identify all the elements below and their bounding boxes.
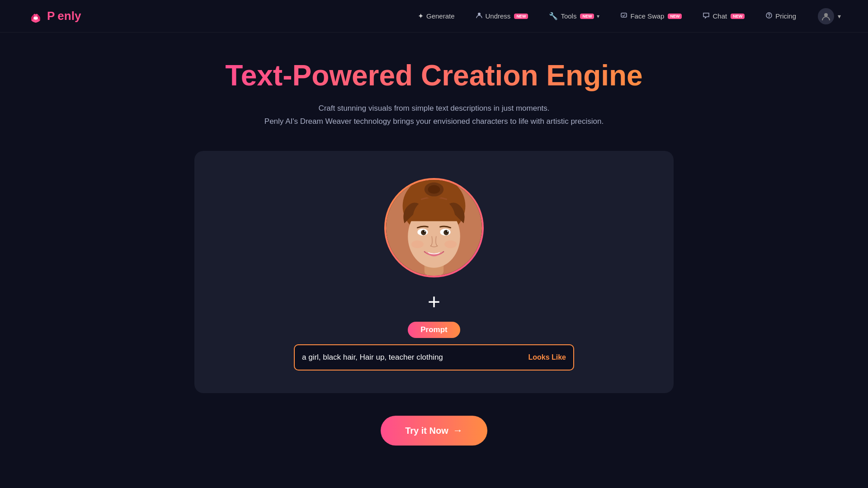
try-btn-arrow-icon: → [453,425,463,436]
nav-label-pricing: Pricing [775,12,796,20]
nav-item-generate[interactable]: ✦ Generate [410,8,463,24]
try-btn-label: Try it Now [405,426,448,436]
hero-section: Text-Powered Creation Engine Craft stunn… [0,33,868,446]
pricing-icon [765,12,773,21]
nav-label-faceswap: Face Swap [630,12,664,20]
prompt-label: Prompt [408,322,460,338]
chat-icon [703,12,710,21]
svg-point-22 [428,185,440,194]
tools-dropdown-icon: ▾ [597,13,599,19]
logo-icon [27,8,44,25]
nav-item-chat[interactable]: Chat New [694,8,753,24]
tools-icon: 🔧 [549,12,558,20]
nav-label-generate: Generate [426,12,455,20]
hero-subtitle-line1: Craft stunning visuals from simple text … [264,102,604,115]
user-caret-icon: ▾ [838,13,841,20]
avatar-wrapper [384,178,484,277]
nav-link-tools[interactable]: 🔧 Tools New ▾ [541,8,608,24]
plus-symbol: + [428,291,440,313]
logo-text: enly [57,9,81,23]
logo-prefix: P [47,9,55,23]
svg-point-16 [424,230,425,232]
svg-point-5 [824,13,828,17]
faceswap-badge: New [668,14,682,19]
face-portrait [386,180,482,276]
hero-title: Text-Powered Creation Engine [225,60,642,91]
nav-link-chat[interactable]: Chat New [694,8,753,24]
user-avatar [818,8,834,24]
chat-badge: New [731,14,745,19]
nav-item-undress[interactable]: Undress New [467,8,537,24]
looks-like-button[interactable]: Looks Like [528,353,566,361]
svg-rect-3 [621,13,627,17]
nav-label-undress: Undress [486,12,511,20]
undress-badge: New [514,14,528,19]
try-it-now-button[interactable]: Try it Now → [381,416,487,446]
svg-point-17 [447,230,448,232]
hero-subtitle: Craft stunning visuals from simple text … [264,102,604,128]
nav-link-undress[interactable]: Undress New [467,8,537,24]
demo-card: + Prompt Looks Like [194,151,674,393]
nav-link-pricing[interactable]: Pricing [757,8,804,24]
nav-item-tools[interactable]: 🔧 Tools New ▾ [541,8,608,24]
tools-badge: New [580,14,594,19]
navbar: Penly ✦ Generate Undress New 🔧 Tools New [0,0,868,33]
svg-point-19 [444,240,457,248]
nav-link-faceswap[interactable]: Face Swap New [612,8,690,24]
user-menu[interactable]: ▾ [818,8,841,24]
nav-label-chat: Chat [712,12,727,20]
svg-point-13 [443,230,449,235]
svg-point-18 [411,240,424,248]
avatar-inner [386,180,482,276]
nav-link-generate[interactable]: ✦ Generate [410,8,463,24]
prompt-input[interactable] [302,353,523,362]
logo[interactable]: Penly [27,8,81,25]
cta-wrapper: Try it Now → [381,416,487,446]
hero-subtitle-line2: Penly AI's Dream Weaver technology bring… [264,115,604,128]
generate-icon: ✦ [418,12,424,20]
svg-point-2 [478,13,481,15]
nav-label-tools: Tools [561,12,576,20]
undress-icon [476,12,483,21]
prompt-input-row[interactable]: Looks Like [294,344,574,371]
nav-links: ✦ Generate Undress New 🔧 Tools New ▾ [410,8,804,24]
svg-point-12 [421,230,426,235]
nav-item-pricing[interactable]: Pricing [757,8,804,24]
faceswap-icon [620,12,627,21]
nav-item-faceswap[interactable]: Face Swap New [612,8,690,24]
